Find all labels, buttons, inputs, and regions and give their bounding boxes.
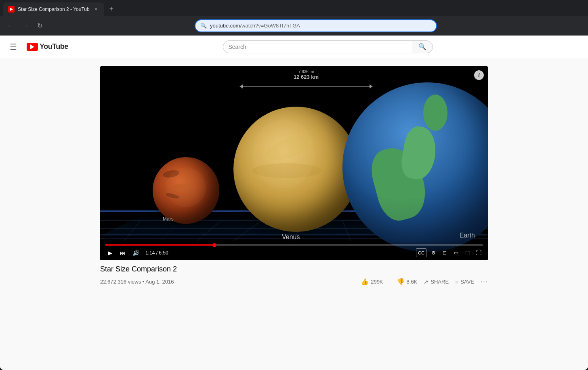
progress-bar[interactable] — [105, 244, 483, 246]
measurement-arrow-right — [370, 84, 373, 88]
like-button[interactable]: 👍 299K — [361, 276, 383, 287]
action-divider-1 — [390, 278, 390, 286]
active-tab[interactable]: Star Size Comparison 2 - YouTub × — [3, 2, 104, 16]
tab-bar: Star Size Comparison 2 - YouTub × + — [0, 0, 588, 16]
video-player-wrapper: Mars Venus — [100, 66, 488, 260]
miniplayer-button[interactable]: ⊡ — [440, 248, 449, 257]
search-input[interactable] — [223, 40, 412, 53]
video-info: Star Size Comparison 2 22,672,316 views … — [100, 260, 488, 292]
address-url: youtube.com/watch?v=GoW8Tf7hTGA — [210, 23, 431, 29]
browser-toolbar: ← → ↻ 🔍 youtube.com/watch?v=GoW8Tf7hTGA — [0, 16, 588, 36]
youtube-logo-icon — [27, 43, 38, 51]
share-button[interactable]: ↗ SHARE — [424, 277, 449, 287]
controls-right: CC ⚙ ⊡ ▭ ⬚ ⛶ — [416, 248, 483, 257]
next-button[interactable]: ⏭ — [118, 248, 128, 258]
svg-line-5 — [161, 221, 181, 241]
video-title: Star Size Comparison 2 — [100, 265, 488, 273]
fullscreen-button[interactable]: ⛶ — [474, 248, 483, 257]
info-button[interactable]: i — [474, 70, 484, 80]
venus-label: Venus — [282, 233, 300, 241]
forward-button[interactable]: → — [19, 20, 31, 32]
svg-line-7 — [233, 221, 262, 241]
share-icon: ↗ — [424, 279, 428, 285]
video-section: Mars Venus — [100, 66, 488, 362]
measurement-km: 12 623 km — [294, 74, 319, 80]
planet-mars — [153, 157, 219, 224]
like-icon: 👍 — [361, 278, 369, 286]
dislike-button[interactable]: 👎 8.6K — [397, 276, 418, 287]
volume-button[interactable]: 🔊 — [131, 248, 141, 258]
time-display: 1:14 / 6:50 — [145, 250, 168, 256]
progress-fill — [105, 244, 214, 246]
save-label: SAVE — [460, 279, 474, 285]
controls-row: ▶ ⏭ 🔊 1:14 / 6:50 CC ⚙ ⊡ ▭ — [105, 248, 483, 258]
share-label: SHARE — [430, 279, 449, 285]
measurement-arrow-left — [239, 84, 243, 88]
video-stats: 22,672,316 views • Aug 1, 2016 — [100, 279, 174, 285]
tab-title: Star Size Comparison 2 - YouTub — [18, 6, 90, 12]
earth-label: Earth — [460, 232, 475, 239]
video-controls: ▶ ⏭ 🔊 1:14 / 6:50 CC ⚙ ⊡ ▭ — [100, 241, 488, 260]
save-icon: ≡ — [455, 279, 458, 285]
video-player[interactable]: Mars Venus — [100, 66, 488, 260]
youtube-logo-text: YouTube — [40, 42, 68, 51]
youtube-header: ☰ YouTube 🔍 — [0, 36, 588, 58]
measurement-text: 7 836 mi 12 623 km — [294, 69, 319, 80]
dislike-count: 8.6K — [407, 279, 418, 285]
address-domain: youtube.com — [210, 23, 240, 29]
search-button[interactable]: 🔍 — [412, 40, 433, 53]
save-button[interactable]: ≡ SAVE — [455, 277, 474, 287]
measurement-annotation: 7 836 mi 12 623 km — [242, 82, 371, 90]
svg-line-9 — [342, 221, 351, 241]
settings-button[interactable]: ⚙ — [429, 248, 438, 257]
menu-icon[interactable]: ☰ — [6, 39, 20, 55]
measurement-mi: 7 836 mi — [294, 69, 319, 74]
play-button[interactable]: ▶ — [105, 248, 115, 258]
youtube-logo[interactable]: YouTube — [27, 42, 68, 51]
search-icon: 🔍 — [418, 43, 426, 50]
page-content: ☰ YouTube 🔍 — [0, 36, 588, 370]
youtube-main: Mars Venus — [0, 58, 588, 370]
search-container: 🔍 — [75, 40, 582, 53]
more-icon: ··· — [481, 278, 488, 286]
more-button[interactable]: ··· — [481, 276, 488, 288]
search-bar: 🔍 — [223, 40, 433, 53]
svg-line-6 — [197, 221, 221, 241]
refresh-button[interactable]: ↻ — [34, 20, 45, 32]
browser-window: Star Size Comparison 2 - YouTub × + ← → … — [0, 0, 588, 370]
video-meta-row: 22,672,316 views • Aug 1, 2016 👍 299K 👎 … — [100, 276, 488, 288]
tab-favicon — [8, 6, 15, 13]
tab-close-button[interactable]: × — [93, 6, 99, 13]
theater-button[interactable]: ▭ — [452, 248, 460, 257]
address-path: /watch?v=GoW8Tf7hTGA — [240, 23, 300, 29]
new-tab-button[interactable]: + — [106, 3, 117, 15]
address-search-icon: 🔍 — [200, 23, 207, 29]
mars-label: Mars — [163, 216, 174, 222]
like-count: 299K — [371, 279, 383, 285]
space-scene: Mars Venus — [100, 66, 488, 260]
cc-button[interactable]: CC — [416, 248, 426, 257]
dislike-icon: 👎 — [397, 278, 405, 286]
cast-button[interactable]: ⬚ — [463, 248, 472, 257]
youtube-page: ☰ YouTube 🔍 — [0, 36, 588, 370]
back-button[interactable]: ← — [5, 20, 16, 32]
planet-venus — [233, 107, 359, 232]
svg-line-4 — [124, 221, 141, 241]
video-actions: 👍 299K 👎 8.6K ↗ SHARE — [361, 276, 488, 288]
measurement-line — [242, 82, 371, 90]
address-bar[interactable]: 🔍 youtube.com/watch?v=GoW8Tf7hTGA — [195, 19, 437, 32]
